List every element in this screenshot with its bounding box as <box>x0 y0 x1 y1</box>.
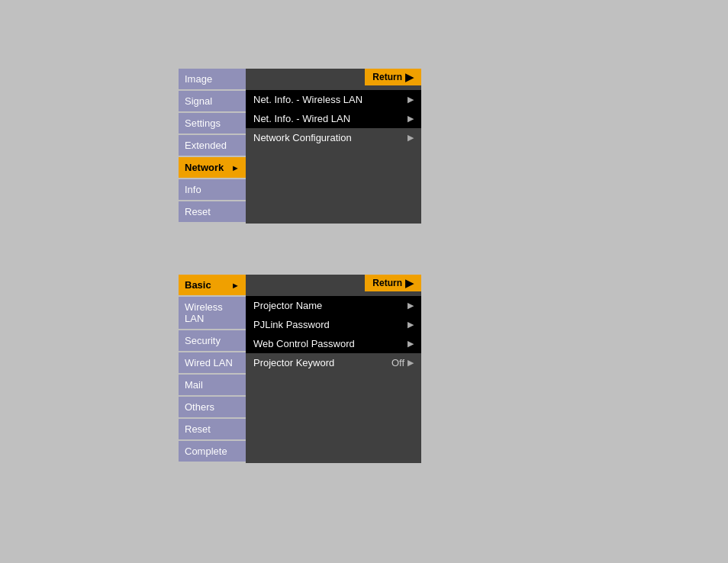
return-arrow-icon: ▶ <box>405 277 414 289</box>
sidebar-item-signal[interactable]: Signal <box>179 91 246 111</box>
list-item-label: Net. Info. - Wireless LAN <box>253 94 362 105</box>
menu1-list: Net. Info. - Wireless LAN ▶ Net. Info. -… <box>246 87 421 150</box>
sidebar-item-signal-label: Signal <box>185 95 212 107</box>
list-item[interactable]: Net. Info. - Wired LAN ▶ <box>246 109 421 128</box>
sidebar-item-info[interactable]: Info <box>179 179 246 200</box>
list-item-label: Projector Keyword <box>253 357 334 368</box>
sidebar-item-security[interactable]: Security <box>179 330 246 351</box>
sidebar-item-mail-label: Mail <box>185 379 203 391</box>
chevron-right-icon: ▶ <box>407 95 414 105</box>
menu1-content-panel: Return ▶ Net. Info. - Wireless LAN ▶ Net… <box>246 69 421 224</box>
list-item[interactable]: Net. Info. - Wireless LAN ▶ <box>246 90 421 109</box>
sidebar-item-security-label: Security <box>185 335 221 346</box>
chevron-right-icon: ▶ <box>407 133 414 143</box>
menu2-container: Basic ► Wireless LAN Security Wired LAN … <box>179 275 421 463</box>
menu2-return-button[interactable]: Return ▶ <box>365 275 421 291</box>
sidebar-item-settings-label: Settings <box>185 117 221 129</box>
sidebar-item-complete-label: Complete <box>185 446 227 457</box>
list-item[interactable]: PJLink Password ▶ <box>246 315 421 334</box>
list-item-label: Projector Name <box>253 300 322 311</box>
list-item[interactable]: Projector Name ▶ <box>246 296 421 315</box>
list-item-label: Net. Info. - Wired LAN <box>253 113 350 124</box>
menu1-container: Image Signal Settings Extended Network ►… <box>179 69 421 224</box>
chevron-right-icon: ▶ <box>407 320 414 330</box>
chevron-right-icon: ▶ <box>407 114 414 124</box>
sidebar-item-image-label: Image <box>185 73 212 85</box>
chevron-right-icon: ▶ <box>407 339 414 349</box>
chevron-right-icon: ► <box>231 163 240 172</box>
menu2-content-panel: Return ▶ Projector Name ▶ PJLink Passwor… <box>246 275 421 463</box>
sidebar-item-complete[interactable]: Complete <box>179 441 246 462</box>
menu2-return-label: Return <box>372 278 402 288</box>
chevron-right-icon: ▶ <box>407 358 414 368</box>
menu1-sidebar: Image Signal Settings Extended Network ►… <box>179 69 246 224</box>
sidebar-item-settings[interactable]: Settings <box>179 113 246 134</box>
list-item[interactable]: Projector Keyword Off ▶ <box>246 353 421 372</box>
list-item-value: Off <box>391 357 404 368</box>
menu1-return-button[interactable]: Return ▶ <box>365 69 421 85</box>
sidebar-item-wireless-lan-label: Wireless LAN <box>185 301 240 324</box>
sidebar-item-image[interactable]: Image <box>179 69 246 89</box>
sidebar-item-basic[interactable]: Basic ► <box>179 275 246 295</box>
sidebar-item-reset2-label: Reset <box>185 423 211 435</box>
sidebar-item-mail[interactable]: Mail <box>179 375 246 395</box>
list-item[interactable]: Network Configuration ▶ <box>246 128 421 147</box>
sidebar-item-others-label: Others <box>185 401 214 413</box>
sidebar-item-extended[interactable]: Extended <box>179 135 246 156</box>
sidebar-item-network[interactable]: Network ► <box>179 157 246 178</box>
sidebar-item-info-label: Info <box>185 184 201 195</box>
menu1-return-label: Return <box>372 72 402 82</box>
menu2-list: Projector Name ▶ PJLink Password ▶ Web C… <box>246 293 421 375</box>
chevron-right-icon: ▶ <box>407 301 414 310</box>
sidebar-item-reset-label: Reset <box>185 206 211 217</box>
sidebar-item-wired-lan-label: Wired LAN <box>185 357 233 368</box>
sidebar-item-wireless-lan[interactable]: Wireless LAN <box>179 297 246 329</box>
list-item-label: PJLink Password <box>253 319 330 330</box>
sidebar-item-reset[interactable]: Reset <box>179 201 246 222</box>
menu2-sidebar: Basic ► Wireless LAN Security Wired LAN … <box>179 275 246 463</box>
sidebar-item-reset2[interactable]: Reset <box>179 419 246 439</box>
list-item-label: Network Configuration <box>253 132 352 143</box>
return-arrow-icon: ▶ <box>405 71 414 83</box>
sidebar-item-network-label: Network <box>185 162 224 173</box>
list-item-label: Web Control Password <box>253 338 355 349</box>
sidebar-item-basic-label: Basic <box>185 279 211 291</box>
chevron-right-icon: ► <box>231 281 240 290</box>
list-item[interactable]: Web Control Password ▶ <box>246 334 421 353</box>
sidebar-item-extended-label: Extended <box>185 140 227 151</box>
sidebar-item-others[interactable]: Others <box>179 397 246 417</box>
sidebar-item-wired-lan[interactable]: Wired LAN <box>179 352 246 373</box>
